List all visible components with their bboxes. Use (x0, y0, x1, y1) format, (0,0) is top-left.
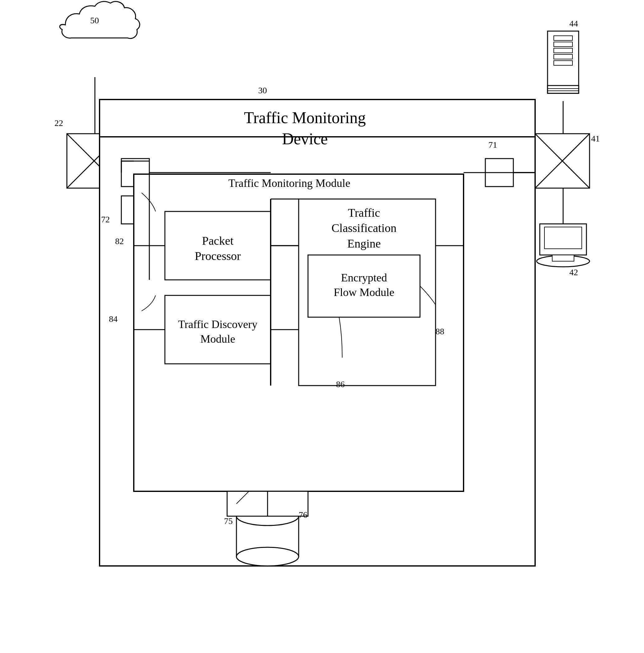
svg-point-20 (537, 256, 590, 267)
svg-point-40 (236, 547, 299, 566)
ref-76: 76 (299, 510, 307, 520)
svg-rect-9 (554, 61, 572, 65)
traffic-classification-engine-label: TrafficClassificationEngine (305, 205, 423, 251)
ref-72: 72 (101, 215, 110, 224)
svg-line-15 (535, 134, 590, 188)
svg-line-2 (67, 134, 121, 188)
svg-rect-7 (554, 48, 572, 53)
svg-rect-18 (540, 224, 586, 255)
ref-75: 75 (224, 516, 233, 526)
svg-line-16 (535, 134, 590, 188)
svg-rect-24 (121, 159, 150, 187)
ref-42: 42 (569, 267, 578, 277)
svg-rect-25 (121, 196, 150, 224)
diagram-container: 50 44 22 41 42 30 71 72 82 84 86 88 75 7… (0, 0, 644, 653)
traffic-monitoring-module-label: Traffic Monitoring Module (196, 177, 383, 190)
encrypted-flow-module-label: EncryptedFlow Module (313, 270, 415, 300)
svg-rect-26 (485, 159, 513, 187)
traffic-monitoring-device-label: Traffic MonitoringDevice (180, 107, 429, 149)
svg-rect-22 (99, 99, 535, 566)
svg-rect-6 (554, 42, 572, 47)
svg-rect-5 (554, 36, 572, 41)
svg-line-28 (67, 161, 121, 173)
ref-82: 82 (115, 236, 124, 246)
svg-rect-41 (227, 491, 308, 516)
ref-88: 88 (436, 326, 444, 336)
ref-41: 41 (591, 134, 600, 144)
ref-50: 50 (90, 16, 99, 25)
ref-84: 84 (109, 314, 118, 324)
diagram-svg (0, 0, 644, 653)
svg-line-3 (67, 134, 121, 188)
svg-rect-21 (552, 255, 574, 261)
packet-processor-label: PacketProcessor (174, 233, 261, 264)
cloud-icon (60, 2, 140, 39)
svg-rect-4 (548, 31, 579, 93)
svg-point-39 (236, 507, 299, 526)
svg-rect-19 (545, 227, 582, 249)
ref-44: 44 (569, 19, 578, 29)
ref-30: 30 (258, 86, 267, 95)
traffic-discovery-module-label: Traffic DiscoveryModule (169, 317, 266, 346)
ref-22: 22 (54, 118, 63, 128)
svg-rect-1 (67, 134, 121, 188)
svg-rect-10 (548, 86, 579, 93)
svg-rect-38 (236, 516, 299, 557)
ref-71: 71 (488, 140, 497, 150)
ref-86: 86 (336, 379, 345, 389)
svg-rect-14 (535, 134, 590, 188)
svg-rect-8 (554, 54, 572, 59)
